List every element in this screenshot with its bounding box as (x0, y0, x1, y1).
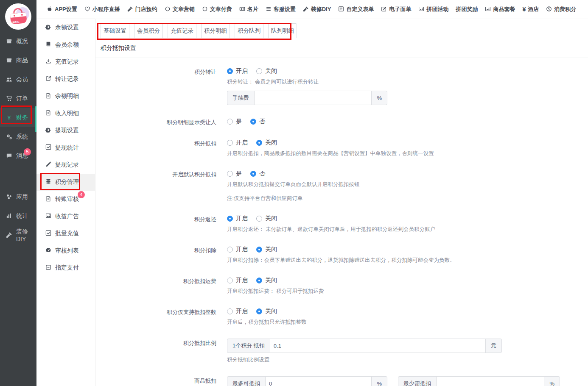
goods-deduct-input-0[interactable] (265, 376, 372, 386)
radio-default-deduct-1[interactable]: 否 (250, 170, 265, 178)
chat-icon (6, 153, 13, 159)
topnav-item-9[interactable]: 电子面单 (381, 6, 411, 13)
sidebar-item-0[interactable]: 概况 (0, 32, 36, 51)
sidebar-item-8[interactable]: 统计 (0, 206, 36, 225)
tab-5[interactable]: 队列明细 (268, 23, 297, 38)
subsidebar-item-14[interactable]: 指定支付 (36, 259, 95, 277)
topnav-item-4[interactable]: 文章付费 (202, 6, 232, 13)
sidebar-item-9[interactable]: 装修DIY (0, 225, 36, 244)
radio-deduct-freight-0[interactable]: 开启 (227, 277, 248, 284)
sidebar-item-3[interactable]: 订单 (0, 89, 36, 108)
topnav-item-8[interactable]: 自定义表单 (338, 6, 374, 13)
sidebar-item-6[interactable]: 消息5 (0, 146, 36, 165)
radio-points-deduct-1[interactable]: 关闭 (256, 139, 277, 147)
sidebar-item-7[interactable]: 应用 (0, 187, 36, 206)
sidebar-item-label: 会员 (16, 76, 28, 83)
form-help-text: 开启积分抵扣运费： 积分可用于抵扣运费 (227, 288, 588, 295)
input-group-deduct-ratio-0: 1个积分 抵扣元 (227, 339, 502, 353)
radio-points-return-1[interactable]: 关闭 (256, 215, 277, 222)
subsidebar-item-13[interactable]: 审核列表 (36, 242, 95, 260)
primary-sidebar-nav: 概况商品会员订单¥财务系统消息5应用统计装修DIY (0, 32, 36, 244)
topnav-item-11[interactable]: 拼团奖励 (456, 6, 478, 13)
radio-points-deduct-0[interactable]: 开启 (227, 139, 248, 147)
file-icon (45, 196, 51, 203)
radio-unselected-icon (227, 171, 233, 177)
radio-detail-show-transferee-1[interactable]: 否 (250, 118, 265, 125)
input-prefix-label: 1个积分 抵扣 (227, 339, 270, 353)
deduct-ratio-input-0[interactable] (270, 339, 486, 353)
form-content: 是否 (227, 118, 588, 126)
book-icon (45, 41, 51, 48)
topnav-item-13[interactable]: ¥酒店 (522, 6, 539, 13)
topnav-item-label: 文章营销 (173, 6, 195, 13)
tab-1[interactable]: 会员积分 (134, 23, 163, 38)
subsidebar-item-7[interactable]: 提现统计 (36, 139, 95, 157)
sidebar-item-2[interactable]: 会员 (0, 70, 36, 89)
subsidebar-item-9[interactable]: 积分管理 (36, 174, 95, 191)
topnav-item-6[interactable]: 客服设置 (266, 6, 296, 13)
points-transfer-input-0[interactable] (254, 91, 372, 105)
topnav-item-3[interactable]: 文章营销 (165, 6, 195, 13)
radio-group-points-transfer: 开启关闭 (227, 67, 588, 75)
subsidebar-item-1[interactable]: 会员余额 (36, 36, 95, 54)
input-group-points-transfer-0: 手续费% (227, 91, 387, 105)
subsidebar-item-2[interactable]: 充值记录 (36, 53, 95, 71)
radio-option-label: 开启 (236, 67, 248, 75)
tab-0[interactable]: 基础设置 (101, 23, 129, 38)
logo-text: FREE (11, 20, 20, 24)
subsidebar-item-11[interactable]: 收益广告 (36, 208, 95, 225)
topnav-item-14[interactable]: 消费积分 (546, 6, 576, 13)
subsidebar-item-label: 收入明细 (55, 110, 79, 117)
sidebar-item-label: 订单 (16, 95, 28, 103)
pencil-icon (45, 161, 51, 169)
tab-4[interactable]: 积分队列 (235, 23, 263, 38)
sidebar-item-1[interactable]: 商品 (0, 51, 36, 70)
database-icon (45, 178, 51, 186)
subsidebar-item-5[interactable]: 收入明细 (36, 105, 95, 122)
subsidebar-item-8[interactable]: 提现记录 (36, 156, 95, 174)
sidebar-item-4[interactable]: ¥财务 (0, 108, 36, 127)
topnav-item-5[interactable]: 名片 (239, 6, 258, 13)
radio-points-transfer-0[interactable]: 开启 (227, 67, 248, 75)
radio-deduct-freight-1[interactable]: 关闭 (256, 277, 277, 284)
subsidebar-item-12[interactable]: 批量充值 (36, 225, 95, 242)
radio-points-transfer-1[interactable]: 关闭 (256, 67, 277, 75)
subsidebar-item-4[interactable]: 余额明细 (36, 88, 95, 105)
topnav-item-label: APP设置 (55, 6, 77, 13)
radio-points-return-0[interactable]: 开启 (227, 215, 248, 222)
subsidebar-item-6[interactable]: 提现设置 (36, 122, 95, 139)
tab-3[interactable]: 积分明细 (201, 23, 230, 38)
form-help-text: 开启积分扣除：会员下单赠送出去的积分，退货就扣除赠送出去积分，积分扣除可能会变为… (227, 257, 588, 264)
divider (95, 58, 588, 58)
radio-unselected-icon (227, 247, 233, 253)
tab-2[interactable]: 充值记录 (168, 23, 196, 38)
subsidebar-item-10[interactable]: 转账审核4 (36, 191, 95, 208)
topnav-item-0[interactable]: APP设置 (47, 6, 77, 13)
radio-integer-only-1[interactable]: 关闭 (256, 308, 277, 315)
radio-default-deduct-0[interactable]: 是 (227, 170, 242, 178)
radio-integer-only-0[interactable]: 开启 (227, 308, 248, 315)
form-row-points-subtract: 积分扣除开启关闭开启积分扣除：会员下单赠送出去的积分，退货就扣除赠送出去积分，积… (101, 246, 588, 264)
radio-points-subtract-1[interactable]: 关闭 (256, 246, 277, 253)
topnav-item-10[interactable]: 拼团活动 (418, 6, 448, 13)
radio-detail-show-transferee-0[interactable]: 是 (227, 118, 242, 125)
radio-selected-icon (227, 216, 233, 222)
sidebar-item-5[interactable]: 系统 (0, 127, 36, 146)
form-help-text: 开启后，积分抵扣只允许抵扣整数 (227, 319, 588, 326)
topnav-item-7[interactable]: 装修DIY (303, 6, 331, 13)
subsidebar-item-label: 会员余额 (55, 41, 79, 49)
radio-points-subtract-0[interactable]: 开启 (227, 246, 248, 253)
subsidebar-item-0[interactable]: 余额设置 (36, 19, 95, 36)
goods-deduct-input-1[interactable] (436, 376, 544, 386)
app-logo[interactable]: FREE (5, 3, 31, 30)
input-suffix-label: % (372, 91, 387, 105)
topnav-item-label: 拼团奖励 (456, 6, 478, 13)
topnav-item-1[interactable]: 小程序直播 (84, 6, 120, 13)
topnav-item-12[interactable]: 商品套餐 (485, 6, 515, 13)
form-content: 开启关闭开启积分抵扣，商品最多抵扣的数目需要在商品【营销设置】中单独设置，否则统… (227, 139, 588, 157)
input-prefix-label: 最多可抵扣 (227, 376, 265, 386)
subsidebar-item-3[interactable]: 转让记录 (36, 71, 95, 88)
primary-sidebar: FREE 概况商品会员订单¥财务系统消息5应用统计装修DIY (0, 0, 36, 386)
subsidebar-item-label: 提现统计 (55, 144, 79, 152)
topnav-item-2[interactable]: 门店预约 (127, 6, 157, 13)
